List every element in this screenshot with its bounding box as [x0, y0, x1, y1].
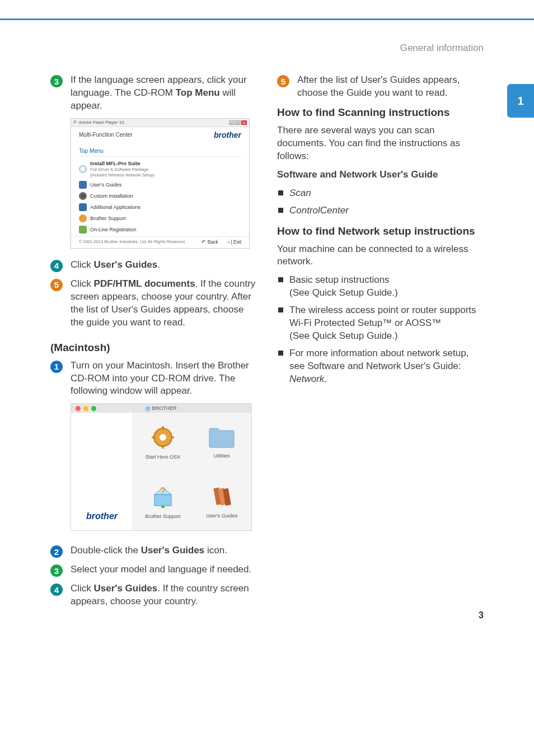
scanning-para: There are several ways you can scan docu… — [277, 124, 484, 163]
mac-item-utilities[interactable]: Utilities — [193, 413, 252, 472]
net-b1-l2: (See Quick Setup Guide.) — [289, 287, 484, 300]
menu-bs-label: Brother Support — [90, 216, 126, 221]
left-column: 3 If the language screen appears, click … — [50, 74, 257, 614]
right-step-5: 5 After the list of User's Guides appear… — [277, 74, 484, 100]
net-b2-l2: (See Quick Setup Guide.) — [289, 330, 484, 343]
network-para: Your machine can be connected to a wirel… — [277, 243, 484, 269]
bullet-controlcenter: ControlCenter — [289, 205, 349, 216]
exit-button[interactable]: →| Exit — [226, 239, 241, 245]
cd-icon — [79, 165, 87, 173]
top-menu-label: Top Menu — [79, 148, 241, 154]
menu-additional-apps[interactable]: Additional Applications — [79, 202, 241, 213]
win-step-4-pre: Click — [71, 259, 94, 270]
mac-step-2: 2 Double-click the User's Guides icon. — [50, 544, 257, 558]
callout-1: 1 — [50, 361, 63, 373]
callout-2: 2 — [50, 545, 63, 558]
callout-4: 4 — [50, 260, 63, 272]
header-breadcrumb: General information — [50, 43, 484, 54]
page-number: 3 — [479, 610, 484, 620]
net-b1-l1: Basic setup instructions — [289, 274, 484, 287]
win-step-4-bold: User's Guides — [94, 259, 158, 270]
mac-step-4: 4 Click User's Guides. If the country sc… — [50, 582, 257, 608]
screenshot-windows-top-menu: 🏳 Adobe Flash Player 10 –□× brother Mult… — [71, 118, 250, 249]
win-step-3-bold: Top Menu — [176, 87, 220, 98]
register-icon — [79, 226, 87, 234]
mfl-sub1: Full Driver & Software Package — [90, 167, 148, 172]
macintosh-heading: (Macintosh) — [50, 342, 257, 354]
mac-step-2-bold: User's Guides — [141, 545, 205, 556]
win-step-5-pre: Click — [71, 278, 94, 289]
menu-ci-label: Custom Installation — [90, 193, 133, 199]
right-step-5-text: After the list of User's Guides appears,… — [297, 74, 484, 100]
win-app-title: Adobe Flash Player 10 — [79, 120, 124, 125]
net-b3-italic: Network — [289, 374, 324, 384]
mfl-sub2: (Includes Wireless Network Setup) — [90, 172, 154, 178]
menu-ug-label: User's Guides — [90, 182, 121, 188]
callout-4b: 4 — [50, 584, 63, 596]
copyright: © 2001-2013 Brother Industries, Ltd. All… — [79, 239, 186, 244]
top-rule — [0, 0, 534, 20]
mac-item-users-guides[interactable]: User's Guides — [193, 472, 252, 530]
win-step-4: 4 Click User's Guides. — [50, 259, 257, 272]
book-icon — [79, 181, 87, 189]
brother-logo: brother — [214, 130, 241, 139]
svg-rect-8 — [161, 506, 165, 508]
disc-icon — [146, 407, 150, 411]
net-bullet-3: For more information about network setup… — [277, 347, 484, 386]
bullet-scan: Scan — [289, 188, 311, 198]
books-icon — [209, 484, 234, 508]
menu-online-registration[interactable]: On-Line Registration — [79, 224, 241, 235]
menu-brother-support[interactable]: Brother Support — [79, 213, 241, 224]
mac-ug-label: User's Guides — [206, 513, 237, 519]
screenshot-mac-finder: BROTHER brother Start Here OSX Utilities — [71, 403, 252, 531]
net-b3-pre: For more information about network setup… — [289, 348, 469, 371]
mac-step-1: 1 Turn on your Macintosh. Insert the Bro… — [50, 360, 257, 398]
gear-icon — [151, 425, 175, 450]
heading-network: How to find Network setup instructions — [277, 225, 484, 237]
brother-logo: brother — [86, 511, 118, 521]
mfl-title: Install MFL-Pro Suite — [90, 161, 140, 166]
callout-3: 3 — [50, 75, 63, 87]
mac-step-2-pre: Double-click the — [71, 545, 141, 556]
net-b3-post: . — [324, 374, 327, 384]
callout-5b: 5 — [277, 75, 289, 87]
window-controls: –□× — [228, 120, 247, 125]
net-b2-l1: The wireless access point or router supp… — [289, 304, 484, 330]
software-guide-title: Software and Network User's Guide — [277, 169, 484, 181]
support-box-icon: ? — [150, 483, 176, 509]
mac-step-2-post: icon. — [204, 545, 227, 556]
right-column: 5 After the list of User's Guides appear… — [277, 74, 484, 614]
gear-icon: ⚙ — [79, 192, 87, 200]
mac-util-label: Utilities — [214, 453, 230, 459]
callout-3b: 3 — [50, 564, 63, 577]
callout-5: 5 — [50, 279, 63, 291]
mac-step-4-pre: Click — [71, 583, 94, 594]
svg-point-1 — [160, 434, 166, 441]
menu-install-mfl[interactable]: Install MFL-Pro Suite Full Driver & Soft… — [79, 159, 241, 179]
menu-aa-label: Additional Applications — [90, 204, 140, 210]
win-step-5: 5 Click PDF/HTML documents. If the count… — [50, 278, 257, 329]
mac-bs-label: Brother Support — [145, 514, 181, 519]
heading-scanning: How to find Scanning instructions — [277, 106, 484, 119]
win-step-3: 3 If the language screen appears, click … — [50, 74, 257, 113]
back-button[interactable]: ↶ Back — [202, 239, 218, 245]
mac-step-4-bold: User's Guides — [94, 583, 158, 594]
menu-olr-label: On-Line Registration — [90, 227, 137, 232]
mac-step-3-text: Select your model and language if needed… — [71, 563, 251, 576]
mac-start-label: Start Here OSX — [145, 454, 180, 460]
folder-icon — [208, 426, 236, 449]
mac-item-start-here[interactable]: Start Here OSX — [133, 413, 193, 472]
mac-item-brother-support[interactable]: ? Brother Support — [133, 472, 193, 530]
mac-step-1-text: Turn on your Macintosh. Insert the Broth… — [71, 360, 257, 398]
box-icon — [79, 203, 87, 211]
mac-window-title: BROTHER — [152, 405, 176, 411]
support-icon — [79, 214, 87, 222]
menu-custom-install[interactable]: ⚙ Custom Installation — [79, 190, 241, 202]
svg-text:?: ? — [160, 486, 166, 497]
win-step-4-post: . — [157, 259, 160, 270]
mac-step-3: 3 Select your model and language if need… — [50, 563, 257, 577]
menu-users-guides[interactable]: User's Guides — [79, 179, 241, 190]
net-bullet-1: Basic setup instructions (See Quick Setu… — [277, 274, 484, 300]
win-step-5-bold: PDF/HTML documents — [94, 278, 195, 289]
net-bullet-2: The wireless access point or router supp… — [277, 304, 484, 343]
